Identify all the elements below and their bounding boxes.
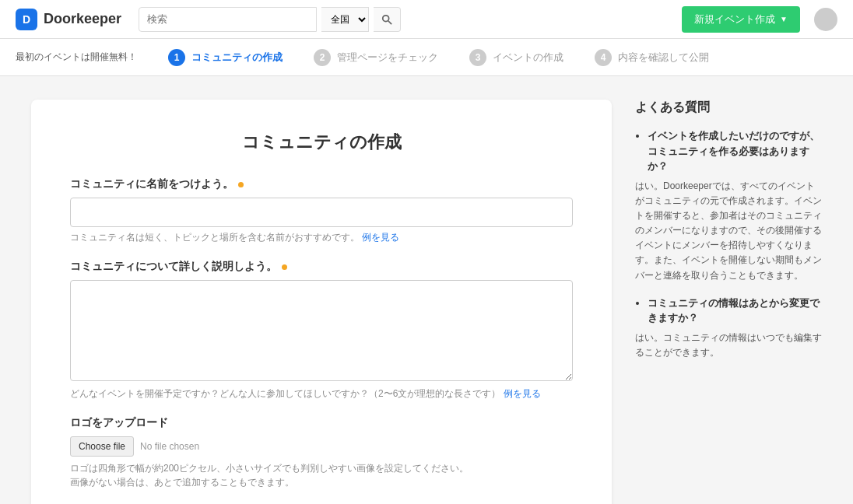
choose-file-button[interactable]: Choose file xyxy=(70,436,134,457)
step-num-2: 2 xyxy=(314,49,331,66)
logo-upload-label: ロゴをアップロード xyxy=(70,416,573,430)
step-num-4: 4 xyxy=(595,49,612,66)
logo-link[interactable]: D Doorkeeper xyxy=(16,9,121,30)
desc-hint-link[interactable]: 例を見る xyxy=(504,388,541,399)
steps-list: 1 コミュニティの作成 2 管理ページをチェック 3 イベントの作成 4 内容を… xyxy=(153,39,725,76)
faq-item-1: イベントを作成したいだけのですが、コミュニティを作る必要はありますか？ はい。D… xyxy=(635,128,822,283)
search-icon xyxy=(381,14,392,25)
search-input[interactable] xyxy=(139,7,317,32)
step-item-2[interactable]: 2 管理ページをチェック xyxy=(298,39,454,76)
avatar xyxy=(814,8,837,31)
step-label-2: 管理ページをチェック xyxy=(337,51,438,65)
name-label: コミュニティに名前をつけよう。 xyxy=(70,177,573,191)
step-label-3: イベントの作成 xyxy=(493,51,563,65)
faq-question-1: イベントを作成したいだけのですが、コミュニティを作る必要はありますか？ xyxy=(648,128,822,174)
step-num-1: 1 xyxy=(168,49,185,66)
name-hint: コミュニティ名は短く、トピックと場所を含む名前がおすすめです。 例を見る xyxy=(70,231,573,244)
step-label-1: コミュニティの作成 xyxy=(191,51,283,65)
desc-label: コミュニティについて詳しく説明しよう。 xyxy=(70,260,573,274)
faq-title: よくある質問 xyxy=(635,100,822,116)
steps-bar: 最初のイベントは開催無料！ 1 コミュニティの作成 2 管理ページをチェック 3… xyxy=(0,39,853,76)
required-dot-name xyxy=(238,182,244,187)
step-item-3[interactable]: 3 イベントの作成 xyxy=(454,39,579,76)
search-button[interactable] xyxy=(374,7,401,32)
logo-upload-section: ロゴをアップロード Choose file No file chosen ロゴは… xyxy=(70,416,573,489)
step-num-3: 3 xyxy=(469,49,486,66)
search-area: 全国 xyxy=(139,7,401,32)
main-container: コミュニティの作成 コミュニティに名前をつけよう。 コミュニティ名は短く、トピッ… xyxy=(0,76,853,504)
step-item-4[interactable]: 4 内容を確認して公開 xyxy=(579,39,725,76)
no-file-text: No file chosen xyxy=(140,441,199,452)
create-event-button[interactable]: 新規イベント作成 ▼ xyxy=(682,6,800,33)
upload-hint: ロゴは四角形で幅が約200ピクセル、小さいサイズでも判別しやすい画像を設定してく… xyxy=(70,461,573,489)
required-dot-desc xyxy=(282,264,287,270)
svg-point-0 xyxy=(383,15,389,21)
name-hint-link[interactable]: 例を見る xyxy=(362,232,399,243)
file-input-row: Choose file No file chosen xyxy=(70,436,573,457)
faq-item-2: コミュニティの情報はあとから変更できますか？ はい。コミュニティの情報はいつでも… xyxy=(635,296,822,360)
form-card: コミュニティの作成 コミュニティに名前をつけよう。 コミュニティ名は短く、トピッ… xyxy=(31,100,612,504)
community-desc-input[interactable] xyxy=(70,280,573,381)
faq-answer-2: はい。コミュニティの情報はいつでも編集することができます。 xyxy=(635,331,822,360)
desc-hint: どんなイベントを開催予定ですか？どんな人に参加してほしいですか？（2〜6文が理想… xyxy=(70,387,573,401)
faq-answer-1: はい。Doorkeeperでは、すべてのイベントがコミュニティの元で作成されます… xyxy=(635,179,822,283)
free-badge: 最初のイベントは開催無料！ xyxy=(16,51,137,64)
logo-icon: D xyxy=(16,9,37,30)
step-item-1[interactable]: 1 コミュニティの作成 xyxy=(153,39,298,76)
community-desc-field: コミュニティについて詳しく説明しよう。 どんなイベントを開催予定ですか？どんな人… xyxy=(70,260,573,401)
svg-line-1 xyxy=(388,20,391,23)
logo-text: Doorkeeper xyxy=(44,11,121,27)
region-select[interactable]: 全国 xyxy=(321,7,369,32)
sidebar-faq: よくある質問 イベントを作成したいだけのですが、コミュニティを作る必要はあります… xyxy=(635,100,822,504)
chevron-down-icon: ▼ xyxy=(780,15,788,23)
header: D Doorkeeper 全国 新規イベント作成 ▼ xyxy=(0,0,853,39)
faq-question-2: コミュニティの情報はあとから変更できますか？ xyxy=(648,296,822,326)
community-name-input[interactable] xyxy=(70,198,573,227)
step-label-4: 内容を確認して公開 xyxy=(618,51,709,65)
community-name-field: コミュニティに名前をつけよう。 コミュニティ名は短く、トピックと場所を含む名前が… xyxy=(70,177,573,244)
form-title: コミュニティの作成 xyxy=(70,131,573,154)
